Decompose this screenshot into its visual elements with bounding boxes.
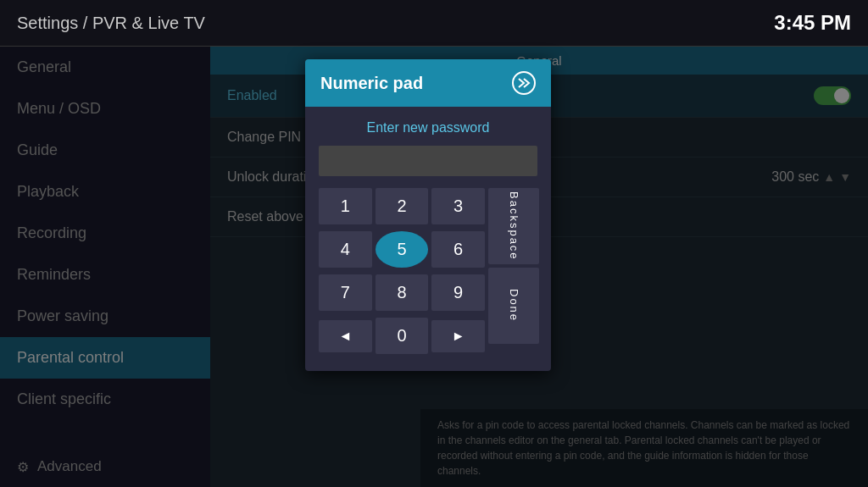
np-btn-3[interactable]: 3 — [431, 188, 485, 224]
np-row-4: ◄ 0 ► — [319, 318, 485, 354]
np-btn-4[interactable]: 4 — [319, 231, 372, 268]
pad-numbers: 1 2 3 4 5 6 7 8 9 ◄ — [319, 188, 485, 357]
np-btn-5[interactable]: 5 — [376, 231, 429, 268]
np-btn-right[interactable]: ► — [431, 320, 485, 352]
np-btn-8[interactable]: 8 — [376, 274, 429, 311]
np-btn-6[interactable]: 6 — [431, 231, 485, 268]
np-btn-7[interactable]: 7 — [319, 274, 372, 311]
np-row-3: 7 8 9 — [319, 274, 485, 311]
np-btn-backspace[interactable]: Backspace — [488, 188, 539, 264]
np-btn-9[interactable]: 9 — [431, 274, 485, 311]
np-row-1: 1 2 3 — [319, 188, 485, 224]
numeric-pad-header: Numeric pad — [305, 59, 551, 107]
np-btn-left[interactable]: ◄ — [319, 320, 372, 352]
np-prompt: Enter new password — [319, 120, 537, 136]
np-btn-1[interactable]: 1 — [319, 188, 372, 224]
np-btn-2[interactable]: 2 — [376, 188, 429, 224]
kodi-logo-icon — [512, 71, 536, 95]
pad-side-buttons: Backspace Done — [488, 188, 537, 357]
np-row-2: 4 5 6 — [319, 231, 485, 268]
numeric-pad-title: Numeric pad — [320, 74, 423, 93]
page-title: Settings / PVR & Live TV — [17, 14, 205, 33]
pad-rows-container: 1 2 3 4 5 6 7 8 9 ◄ — [319, 188, 537, 357]
clock: 3:45 PM — [774, 11, 851, 35]
np-input-display — [319, 146, 537, 176]
np-btn-0[interactable]: 0 — [376, 318, 429, 354]
numeric-pad-body: Enter new password 1 2 3 4 5 6 7 — [305, 107, 551, 371]
np-btn-done[interactable]: Done — [488, 268, 539, 344]
numeric-pad-modal: Numeric pad Enter new password 1 2 3 4 5 — [305, 59, 551, 371]
app-header: Settings / PVR & Live TV 3:45 PM — [0, 0, 868, 47]
